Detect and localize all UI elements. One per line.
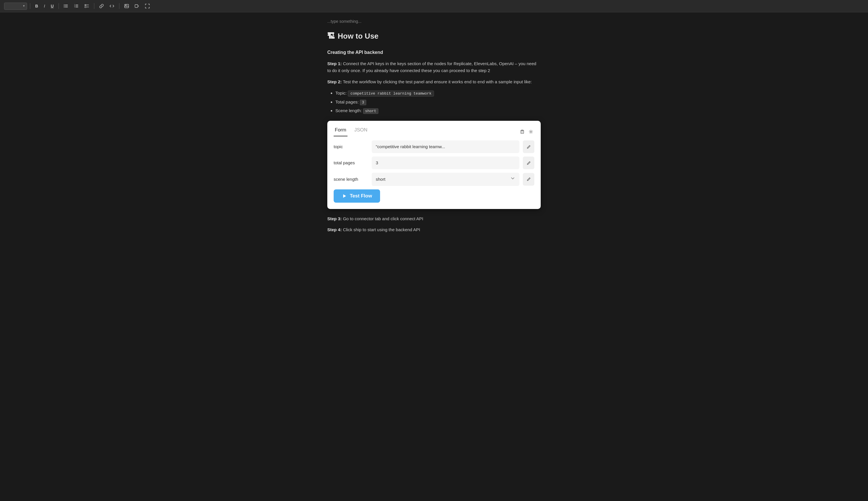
svg-point-3 [64,4,64,5]
step1-text: Connect the API keys in the keys section… [327,61,536,73]
scene-length-edit-button[interactable] [523,173,534,186]
svg-point-4 [64,6,64,6]
checklist-button[interactable] [83,3,91,10]
topic-edit-button[interactable] [523,140,534,153]
test-flow-button[interactable]: Test Flow [334,189,380,203]
topic-code: competitive rabbit learning teamwork [348,90,434,97]
link-button[interactable] [97,3,106,10]
form-row-total-pages: total pages 3 [334,157,534,169]
svg-point-5 [64,7,64,8]
scene-length-value: short [376,176,385,183]
step2-label: Step 2: [327,79,342,84]
svg-marker-19 [138,6,139,7]
tab-json[interactable]: JSON [353,127,369,136]
ordered-list-button[interactable]: 1. 2. 3. [72,3,81,10]
toolbar-divider-3 [94,3,94,9]
toolbar-divider-2 [59,3,59,9]
list-item-pages: Total pages: 3 [335,99,541,106]
text-style-dropdown-wrapper [4,2,27,10]
svg-rect-7 [76,6,78,6]
code-button[interactable] [108,3,116,10]
step3-label: Step 3: [327,216,342,221]
scene-length-select-display[interactable]: short [372,173,519,186]
svg-rect-1 [65,6,68,6]
svg-point-23 [530,131,532,132]
section-title-text: How to Use [338,30,379,42]
form-panel-actions [519,127,534,135]
svg-text:3.: 3. [74,6,76,8]
step4-label: Step 4: [327,227,342,232]
svg-rect-8 [76,7,78,8]
text-style-dropdown[interactable] [4,3,27,10]
topic-value: "competitive rabbit learning teamw... [376,143,445,150]
total-pages-edit-button[interactable] [523,157,534,169]
total-pages-input-display: 3 [372,157,519,169]
video-button[interactable] [133,3,141,10]
pages-label: Total pages: [335,99,360,104]
panel-trash-button[interactable] [519,128,526,135]
bold-button[interactable]: B [33,3,40,10]
list-item-scene: Scene length: short [335,107,541,115]
step4-text: Click ship to start using the backend AP… [343,227,420,232]
subsection-title: Creating the API backend [327,49,541,56]
svg-rect-14 [87,5,89,6]
svg-point-17 [125,5,126,6]
toolbar-divider-1 [30,3,30,9]
play-icon [342,193,347,199]
step1-label: Step 1: [327,61,342,66]
form-row-scene-length: scene length short [334,173,534,186]
step3-paragraph: Step 3: Go to connector tab and click co… [327,215,541,223]
list-item-topic: Topic: competitive rabbit learning teamw… [335,90,541,97]
tab-form[interactable]: Form [334,127,348,136]
step4-paragraph: Step 4: Click ship to start using the ba… [327,226,541,234]
section-emoji: 🏗 [327,30,335,42]
step2-text: Test the workflow by clicking the test p… [343,79,532,84]
topic-form-label: topic [334,143,368,150]
svg-rect-6 [76,4,78,5]
scene-label: Scene length: [335,108,363,113]
sample-inputs-list: Topic: competitive rabbit learning teamw… [335,90,541,115]
total-pages-value: 3 [376,159,378,166]
scene-length-chevron-icon [510,175,515,183]
svg-rect-15 [87,7,89,8]
step3-text: Go to connector tab and click connect AP… [343,216,423,221]
step2-paragraph: Step 2: Test the workflow by clicking th… [327,78,541,86]
underline-button[interactable]: U [49,3,56,10]
step1-paragraph: Step 1: Connect the API keys in the keys… [327,60,541,75]
svg-rect-18 [135,4,138,8]
panel-settings-button[interactable] [527,128,534,135]
svg-rect-20 [521,130,524,134]
toolbar: B I U 1. 2. 3. [0,0,868,12]
svg-marker-24 [343,194,346,198]
topic-input-display: "competitive rabbit learning teamw... [372,140,519,153]
italic-button[interactable]: I [42,3,47,10]
pages-code: 3 [360,100,366,105]
form-panel-header: Form JSON [327,121,541,136]
form-body: topic "competitive rabbit learning teamw… [327,136,541,209]
scene-code: short [363,108,378,114]
image-button[interactable] [122,3,131,10]
section-title: 🏗 How to Use [327,30,541,42]
scene-length-form-label: scene length [334,176,368,183]
form-row-topic: topic "competitive rabbit learning teamw… [334,140,534,153]
test-flow-label: Test Flow [350,193,372,199]
preceding-text: ...type something... [327,18,541,24]
form-panel: Form JSON [327,121,541,209]
form-tabs: Form JSON [334,127,374,136]
toolbar-divider-4 [119,3,119,9]
total-pages-form-label: total pages [334,159,368,166]
bullet-list-button[interactable] [62,3,70,10]
svg-rect-13 [85,7,86,8]
topic-label: Topic: [335,90,348,95]
svg-rect-2 [65,7,68,8]
svg-rect-0 [65,4,68,5]
fullscreen-button[interactable] [143,3,152,10]
main-content: ...type something... 🏗 How to Use Creati… [316,12,552,255]
